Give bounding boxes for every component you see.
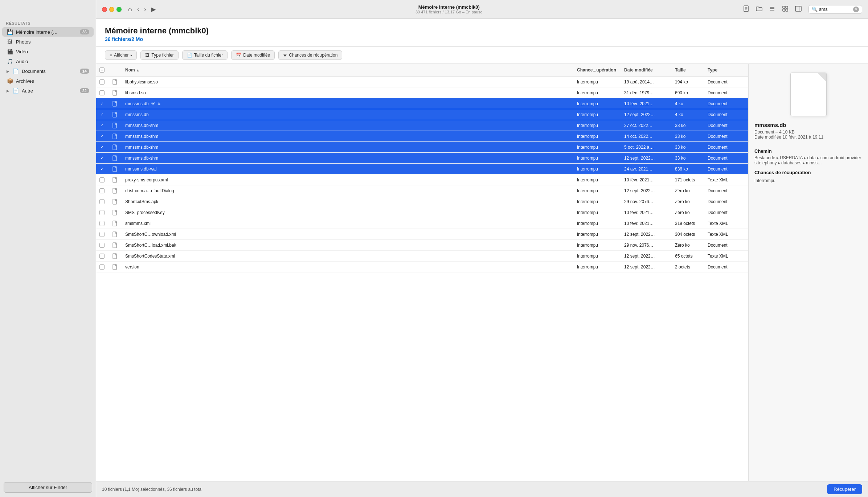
sidebar-item-autre[interactable]: ▶📄Autre22 — [2, 86, 94, 95]
checkbox[interactable] — [99, 199, 105, 204]
row-checkbox[interactable] — [96, 220, 108, 227]
sidebar-item-documents[interactable]: ▶📄Documents14 — [2, 66, 94, 76]
row-checkbox[interactable] — [96, 209, 108, 216]
checkbox[interactable] — [99, 221, 105, 226]
th-nom[interactable]: Nom ▲ — [122, 66, 574, 74]
row-date: 12 sept. 2022… — [621, 252, 672, 260]
sidebar-item-archives[interactable]: 📦Archives — [2, 76, 94, 86]
page-title: Mémoire interne (mmcblk0) — [105, 26, 859, 36]
sidebar-item-audio[interactable]: 🎵Audio — [2, 57, 94, 66]
checkbox[interactable] — [99, 79, 105, 85]
table-row[interactable]: version Interrompu 12 sept. 2022… 2 octe… — [96, 262, 748, 272]
home-button[interactable]: ⌂ — [126, 5, 134, 14]
filter-type-fichier[interactable]: 🖼 Type fichier — [140, 50, 178, 60]
row-checkbox[interactable] — [96, 242, 108, 249]
checkbox[interactable] — [99, 264, 105, 270]
checkbox[interactable] — [99, 134, 105, 139]
row-checkbox[interactable] — [96, 133, 108, 140]
row-checkbox[interactable] — [96, 122, 108, 129]
back-button[interactable]: ‹ — [135, 5, 141, 13]
recover-button[interactable]: Récupérer — [827, 484, 862, 494]
table-row[interactable]: mmssms.db-shm Interrompu 27 oct. 2022… 3… — [96, 120, 748, 131]
grid-view-button[interactable] — [779, 4, 791, 15]
checkbox[interactable] — [99, 145, 105, 150]
checkbox[interactable] — [99, 254, 105, 259]
checkbox[interactable] — [99, 232, 105, 237]
checkbox[interactable] — [99, 123, 105, 128]
row-checkbox[interactable] — [96, 252, 108, 260]
search-clear-button[interactable]: ✕ — [853, 7, 859, 12]
row-checkbox[interactable] — [96, 89, 108, 96]
minimize-button[interactable] — [109, 7, 114, 12]
search-input[interactable] — [819, 7, 852, 12]
th-type[interactable]: Type — [705, 66, 748, 74]
row-checkbox[interactable] — [96, 144, 108, 151]
file-icon — [108, 165, 122, 173]
table-row[interactable]: libphysicsmsc.so Interrompu 19 août 2014… — [96, 77, 748, 87]
table-row[interactable]: mmssms.db Interrompu 12 sept. 2022… 4 ko… — [96, 109, 748, 120]
close-button[interactable] — [102, 7, 107, 12]
detail-meta-type: Document – 4.10 KB — [754, 130, 795, 135]
sidebar-item-video[interactable]: 🎬Vidéo — [2, 47, 94, 56]
svg-rect-13 — [113, 112, 116, 117]
table-row[interactable]: libsmsd.so Interrompu 31 déc. 1979… 690 … — [96, 87, 748, 98]
table-row[interactable]: SmsShortC…ownload.xml Interrompu 12 sept… — [96, 229, 748, 240]
row-checkbox[interactable] — [96, 263, 108, 271]
row-name: mmssms.db 👁# — [122, 100, 574, 107]
new-doc-button[interactable] — [740, 4, 752, 15]
table-row[interactable]: mmssms.db-shm Interrompu 12 sept. 2022… … — [96, 153, 748, 164]
th-date[interactable]: Date modifiée — [621, 66, 672, 74]
row-checkbox[interactable] — [96, 176, 108, 184]
table-row[interactable]: mmssms.db-wal Interrompu 24 avr. 2021… 8… — [96, 164, 748, 174]
filter-date-modifiee[interactable]: 📅 Date modifiée — [231, 50, 275, 60]
checkbox[interactable] — [99, 210, 105, 215]
row-checkbox[interactable] — [96, 100, 108, 107]
checkbox[interactable] — [99, 243, 105, 248]
table-row[interactable]: mmssms.db-shm Interrompu 14 oct. 2022… 3… — [96, 131, 748, 142]
row-checkbox[interactable] — [96, 165, 108, 173]
maximize-button[interactable] — [116, 7, 122, 12]
filter-taille-fichier[interactable]: 📄 Taille du fichier — [182, 50, 228, 60]
checkbox[interactable] — [99, 188, 105, 193]
filter-chances-recuperation[interactable]: ★ Chances de récupération — [278, 50, 342, 60]
row-checkbox[interactable] — [96, 78, 108, 86]
svg-rect-17 — [113, 156, 116, 161]
sidebar-item-photos[interactable]: 🖼Photos — [2, 37, 94, 46]
select-all-checkbox[interactable] — [99, 67, 105, 73]
row-checkbox[interactable] — [96, 198, 108, 205]
folder-button[interactable] — [753, 4, 765, 15]
row-checkbox[interactable] — [96, 111, 108, 118]
row-date: 31 déc. 1979… — [621, 89, 672, 96]
table-row[interactable]: proxy-sms-corpus.xml Interrompu 10 févr.… — [96, 174, 748, 185]
table-row[interactable]: SmsShortC…load.xml.bak Interrompu 29 nov… — [96, 240, 748, 251]
checkbox[interactable] — [99, 112, 105, 117]
th-chances[interactable]: Chance...upération — [574, 66, 621, 74]
play-button[interactable]: ▶ — [149, 5, 158, 13]
table-row[interactable]: mmssms.db-shm Interrompu 5 oct. 2022 à… … — [96, 142, 748, 153]
row-checkbox[interactable] — [96, 155, 108, 162]
checkbox[interactable] — [99, 177, 105, 182]
list-view-button[interactable] — [766, 4, 778, 15]
row-checkbox[interactable] — [96, 187, 108, 194]
row-name: SMS_processedKey — [122, 209, 574, 216]
show-finder-button[interactable]: Afficher sur Finder — [4, 482, 92, 493]
table-row[interactable]: smsmms.xml Interrompu 10 févr. 2021… 319… — [96, 218, 748, 229]
sidebar-item-memoire[interactable]: 💾Mémoire interne (…36 — [2, 27, 94, 37]
table-row[interactable]: ShortcutSms.apk Interrompu 29 nov. 2076…… — [96, 196, 748, 207]
table-row[interactable]: SmsShortCodesState.xml Interrompu 12 sep… — [96, 251, 748, 262]
search-bar[interactable]: 🔍 ✕ — [808, 5, 862, 14]
table-row[interactable]: SMS_processedKey Interrompu 10 févr. 202… — [96, 207, 748, 218]
checkbox[interactable] — [99, 101, 105, 106]
filter-afficher[interactable]: ≡ Afficher ▾ — [105, 50, 137, 60]
table-row[interactable]: rList-com.a…efaultDialog Interrompu 12 s… — [96, 185, 748, 196]
checkbox[interactable] — [99, 167, 105, 172]
th-taille[interactable]: Taille — [672, 66, 705, 74]
file-icon — [108, 111, 122, 119]
table-row[interactable]: mmssms.db 👁# Interrompu 10 févr. 2021… 4… — [96, 98, 748, 109]
row-checkbox[interactable] — [96, 231, 108, 238]
checkbox[interactable] — [99, 90, 105, 95]
checkbox[interactable] — [99, 156, 105, 161]
forward-button[interactable]: › — [142, 5, 148, 13]
row-name: ShortcutSms.apk — [122, 198, 574, 205]
panel-view-button[interactable] — [793, 4, 804, 15]
